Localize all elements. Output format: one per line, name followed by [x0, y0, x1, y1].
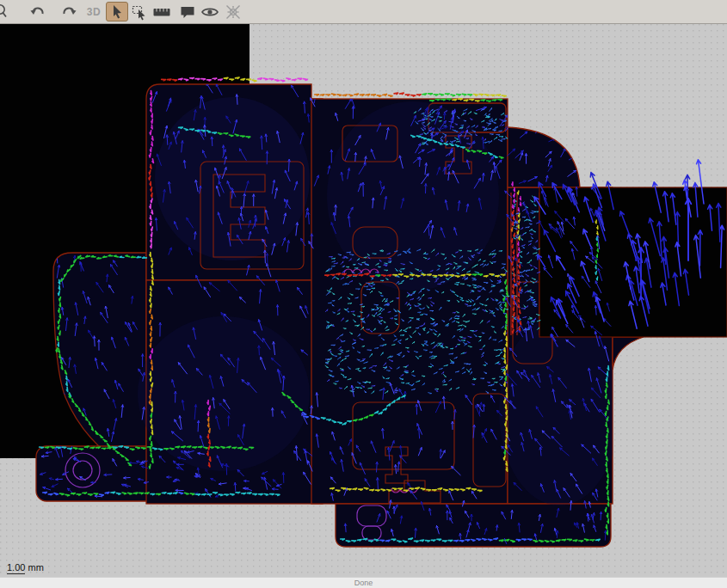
mesh-toggle-button[interactable]	[224, 3, 243, 21]
select-tool-button[interactable]	[108, 3, 126, 21]
zoom-tool-button[interactable]	[0, 3, 9, 21]
status-text: Done	[354, 579, 373, 587]
status-bar: Done	[0, 577, 727, 588]
redo-button[interactable]	[59, 3, 78, 21]
flux-vector-visualization	[0, 24, 727, 577]
pointer-icon	[108, 3, 126, 21]
3d-view-label: 3D	[87, 6, 101, 18]
comment-button[interactable]	[178, 3, 197, 21]
eye-icon	[200, 3, 219, 21]
scale-bar	[7, 573, 25, 574]
toolbar: 3D	[0, 0, 727, 24]
redo-icon	[60, 3, 77, 21]
3d-view-button[interactable]: 3D	[84, 3, 103, 21]
scale-label: 1.00 mm	[7, 562, 44, 573]
undo-button[interactable]	[28, 3, 47, 21]
select-region-button[interactable]	[130, 3, 149, 21]
measure-button[interactable]	[152, 3, 171, 21]
scale-indicator: 1.00 mm	[7, 562, 44, 574]
ruler-icon	[152, 3, 171, 21]
undo-icon	[29, 3, 46, 21]
show-button[interactable]	[200, 3, 219, 21]
model-viewport[interactable]: 1.00 mm	[0, 24, 727, 577]
speech-bubble-icon	[179, 3, 196, 21]
zoom-icon	[0, 3, 9, 21]
crossed-flash-icon	[224, 3, 243, 21]
pointer-region-icon	[131, 3, 148, 21]
